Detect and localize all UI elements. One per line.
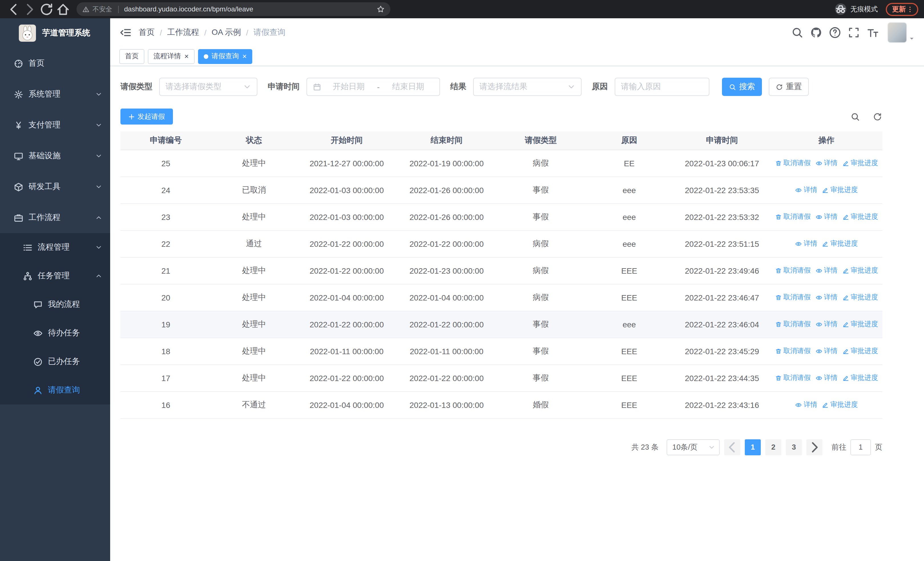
sidebar-item-dev-tools[interactable]: 研发工具 xyxy=(0,171,110,202)
detail-link[interactable]: 详情 xyxy=(815,346,837,356)
approval-progress-link[interactable]: 审批进度 xyxy=(822,400,858,410)
prev-page-button[interactable] xyxy=(724,439,740,455)
url-text[interactable]: dashboard.yudao.iocoder.cn/bpm/oa/leave xyxy=(124,5,253,13)
sidebar-item-label: 请假查询 xyxy=(43,385,102,396)
sidebar-item-home[interactable]: 首页 xyxy=(0,48,110,79)
detail-link[interactable]: 详情 xyxy=(815,373,837,383)
detail-link[interactable]: 详情 xyxy=(815,319,837,329)
sidebar-item-label: 基础设施 xyxy=(23,151,95,161)
breadcrumb-item[interactable]: 首页 xyxy=(139,27,154,38)
detail-link[interactable]: 详情 xyxy=(815,158,837,168)
sidebar-item-system-management[interactable]: 系统管理 xyxy=(0,79,110,110)
page-button-3[interactable]: 3 xyxy=(786,439,802,455)
detail-link[interactable]: 详情 xyxy=(815,212,837,222)
cell-start-time: 2022-01-04 00:00:00 xyxy=(297,284,397,311)
apply-time-range-picker[interactable]: 开始日期 - 结束日期 xyxy=(306,78,440,96)
page-button-1[interactable]: 1 xyxy=(745,439,761,455)
sidebar-item-leave-query[interactable]: 请假查询 xyxy=(0,376,110,405)
approval-progress-link[interactable]: 审批进度 xyxy=(842,346,878,356)
detail-link[interactable]: 详情 xyxy=(795,400,817,410)
detail-link[interactable]: 详情 xyxy=(815,292,837,302)
chevron-up-icon xyxy=(95,214,102,221)
avatar[interactable] xyxy=(888,22,907,43)
sidebar-item-done-tasks[interactable]: 已办任务 xyxy=(0,347,110,376)
view-tab[interactable]: 请假查询× xyxy=(198,49,252,64)
result-select[interactable]: 请选择流结果 xyxy=(473,78,582,96)
view-tab[interactable]: 首页 xyxy=(119,49,144,64)
goto-page-input[interactable] xyxy=(850,439,871,455)
approval-progress-link[interactable]: 审批进度 xyxy=(842,319,878,329)
reset-button[interactable]: 重置 xyxy=(769,78,809,96)
cancel-leave-link[interactable]: 取消请假 xyxy=(775,212,811,222)
browser-update-chip[interactable]: 更新 xyxy=(886,3,918,16)
toggle-search-icon[interactable] xyxy=(850,112,860,122)
eye-icon xyxy=(815,267,822,274)
sidebar-submenu: 流程管理任务管理我的流程待办任务已办任务请假查询 xyxy=(0,233,110,405)
sidebar: 芋道管理系统 首页系统管理支付管理基础设施研发工具工作流程 流程管理任务管理我的… xyxy=(0,18,110,561)
fullscreen-icon[interactable] xyxy=(848,26,860,39)
github-icon[interactable] xyxy=(810,26,822,39)
trash-icon xyxy=(775,267,782,274)
cell-leave-type: 病假 xyxy=(496,230,585,257)
breadcrumb-separator: / xyxy=(204,28,207,37)
cancel-leave-link[interactable]: 取消请假 xyxy=(775,292,811,302)
cancel-leave-link[interactable]: 取消请假 xyxy=(775,319,811,329)
sidebar-item-my-process[interactable]: 我的流程 xyxy=(0,290,110,319)
view-tabs: 首页流程详情×请假查询× xyxy=(110,47,924,66)
user-menu[interactable] xyxy=(888,22,915,43)
page-size-select[interactable]: 10条/页 xyxy=(667,439,720,455)
address-bar[interactable]: 不安全 dashboard.yudao.iocoder.cn/bpm/oa/le… xyxy=(76,2,390,16)
tab-close-icon[interactable]: × xyxy=(184,53,189,60)
row-ops: 取消请假详情审批进度 xyxy=(771,373,882,383)
cancel-leave-link[interactable]: 取消请假 xyxy=(775,346,811,356)
view-tab[interactable]: 流程详情× xyxy=(148,49,194,64)
create-leave-button[interactable]: 发起请假 xyxy=(120,108,173,125)
cancel-leave-link[interactable]: 取消请假 xyxy=(775,158,811,168)
approval-progress-link[interactable]: 审批进度 xyxy=(842,266,878,275)
sidebar-fold-icon[interactable] xyxy=(119,26,132,39)
page-button-2[interactable]: 2 xyxy=(765,439,782,455)
cancel-leave-link[interactable]: 取消请假 xyxy=(775,373,811,383)
approval-progress-link[interactable]: 审批进度 xyxy=(842,292,878,302)
approval-progress-link[interactable]: 审批进度 xyxy=(822,239,858,248)
edit-icon xyxy=(842,267,849,274)
search-button[interactable]: 搜索 xyxy=(722,78,762,96)
bookmark-star-icon[interactable] xyxy=(376,5,385,13)
browser-back-button[interactable] xyxy=(6,2,21,17)
detail-link[interactable]: 详情 xyxy=(795,239,817,248)
row-ops: 取消请假详情审批进度 xyxy=(771,212,882,222)
tab-close-icon[interactable]: × xyxy=(242,53,246,60)
detail-link[interactable]: 详情 xyxy=(815,266,837,275)
sidebar-item-infrastructure[interactable]: 基础设施 xyxy=(0,141,110,171)
reason-input[interactable]: 请输入原因 xyxy=(615,78,710,96)
search-icon[interactable] xyxy=(791,26,804,39)
breadcrumb-item[interactable]: 工作流程 xyxy=(167,27,199,38)
chevron-down-icon xyxy=(567,83,575,91)
browser-home-button[interactable] xyxy=(56,2,71,17)
next-page-button[interactable] xyxy=(806,439,822,455)
approval-progress-link[interactable]: 审批进度 xyxy=(822,185,858,195)
font-size-icon[interactable] xyxy=(866,26,879,39)
sidebar-item-workflow[interactable]: 工作流程 xyxy=(0,202,110,233)
sidebar-item-process-management[interactable]: 流程管理 xyxy=(0,233,110,262)
security-label[interactable]: 不安全 xyxy=(93,5,112,14)
approval-progress-link[interactable]: 审批进度 xyxy=(842,158,878,168)
browser-toolbar: 不安全 dashboard.yudao.iocoder.cn/bpm/oa/le… xyxy=(0,0,924,18)
table-refresh-icon[interactable] xyxy=(873,112,882,122)
approval-progress-link[interactable]: 审批进度 xyxy=(842,373,878,383)
sidebar-item-todo-tasks[interactable]: 待办任务 xyxy=(0,319,110,347)
leave-type-select[interactable]: 请选择请假类型 xyxy=(159,78,257,96)
help-icon[interactable] xyxy=(829,26,841,39)
browser-reload-button[interactable] xyxy=(39,2,54,17)
sidebar-item-payment-management[interactable]: 支付管理 xyxy=(0,110,110,141)
cancel-leave-link[interactable]: 取消请假 xyxy=(775,266,811,275)
kebab-menu-icon[interactable] xyxy=(906,5,914,13)
eye-icon xyxy=(33,328,43,338)
browser-forward-button[interactable] xyxy=(22,2,38,17)
cell-reason: eee xyxy=(585,311,674,338)
cell-status: 已取消 xyxy=(211,176,297,203)
detail-link[interactable]: 详情 xyxy=(795,185,817,195)
approval-progress-link[interactable]: 审批进度 xyxy=(842,212,878,222)
breadcrumb-item[interactable]: OA 示例 xyxy=(212,27,241,38)
sidebar-item-task-management[interactable]: 任务管理 xyxy=(0,262,110,290)
